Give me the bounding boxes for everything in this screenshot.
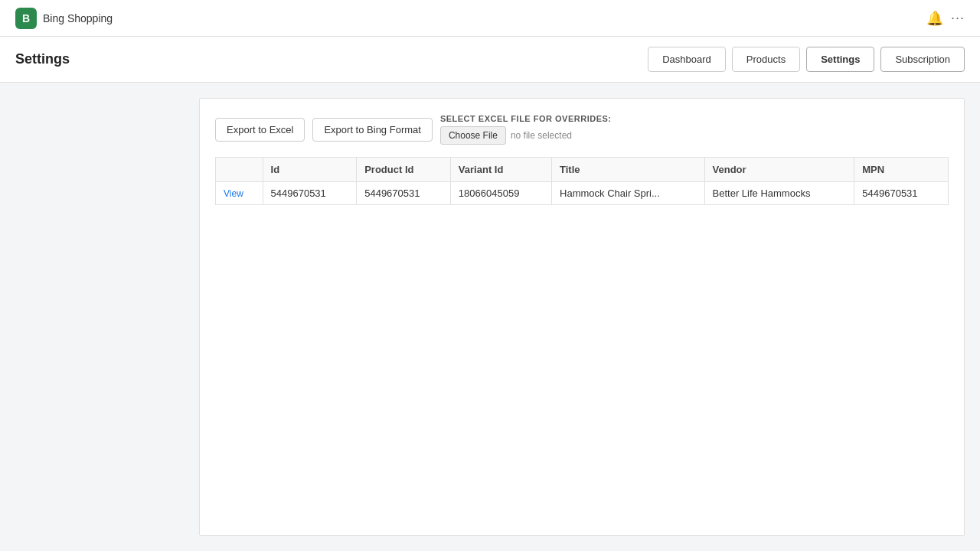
col-header-title: Title bbox=[552, 158, 705, 182]
col-header-product-id: Product Id bbox=[357, 158, 451, 182]
row-mpn-cell: 5449670531 bbox=[854, 182, 949, 205]
col-header-id: Id bbox=[263, 158, 357, 182]
nav-dashboard-button[interactable]: Dashboard bbox=[648, 47, 726, 72]
col-header-variant-id: Variant Id bbox=[450, 158, 551, 182]
file-input-wrapper: Choose File no file selected bbox=[440, 126, 612, 145]
table-row: View 5449670531 5449670531 18066045059 H… bbox=[216, 182, 949, 205]
topbar-left: B Bing Shopping bbox=[15, 8, 113, 29]
col-header-vendor: Vendor bbox=[704, 158, 854, 182]
table-header-row: Id Product Id Variant Id Title Vendor MP… bbox=[216, 158, 949, 182]
export-bing-button[interactable]: Export to Bing Format bbox=[312, 118, 432, 142]
row-title-cell: Hammock Chair Spri... bbox=[552, 182, 705, 205]
nav-settings-button[interactable]: Settings bbox=[806, 47, 874, 72]
topbar-right: 🔔 ··· bbox=[926, 10, 965, 27]
app-icon: B bbox=[15, 8, 37, 29]
more-menu-icon[interactable]: ··· bbox=[951, 10, 965, 26]
page-title: Settings bbox=[15, 51, 70, 67]
col-header-mpn: MPN bbox=[854, 158, 949, 182]
export-excel-button[interactable]: Export to Excel bbox=[215, 118, 305, 142]
nav-products-button[interactable]: Products bbox=[732, 47, 800, 72]
no-file-text: no file selected bbox=[511, 130, 572, 141]
content-area: Export to Excel Export to Bing Format SE… bbox=[199, 98, 965, 536]
products-table: Id Product Id Variant Id Title Vendor MP… bbox=[215, 157, 949, 205]
row-variant-id-cell: 18066045059 bbox=[450, 182, 551, 205]
sidebar bbox=[15, 98, 199, 536]
row-id-cell: 5449670531 bbox=[263, 182, 357, 205]
app-title: Bing Shopping bbox=[43, 12, 113, 24]
col-header-view bbox=[216, 158, 263, 182]
nav-buttons: Dashboard Products Settings Subscription bbox=[648, 47, 965, 72]
bell-icon[interactable]: 🔔 bbox=[926, 10, 943, 27]
topbar: B Bing Shopping 🔔 ··· bbox=[0, 0, 980, 37]
row-vendor-cell: Better Life Hammocks bbox=[704, 182, 854, 205]
main-content: Export to Excel Export to Bing Format SE… bbox=[0, 83, 980, 551]
file-upload-group: SELECT EXCEL FILE FOR OVERRIDES: Choose … bbox=[440, 114, 612, 145]
view-link[interactable]: View bbox=[224, 188, 243, 199]
row-view-cell: View bbox=[216, 182, 263, 205]
choose-file-button[interactable]: Choose File bbox=[440, 126, 506, 145]
row-product-id-cell: 5449670531 bbox=[357, 182, 451, 205]
toolbar: Export to Excel Export to Bing Format SE… bbox=[215, 114, 949, 145]
file-select-label: SELECT EXCEL FILE FOR OVERRIDES: bbox=[440, 114, 612, 123]
navbar: Settings Dashboard Products Settings Sub… bbox=[0, 37, 980, 83]
nav-subscription-button[interactable]: Subscription bbox=[880, 47, 965, 72]
